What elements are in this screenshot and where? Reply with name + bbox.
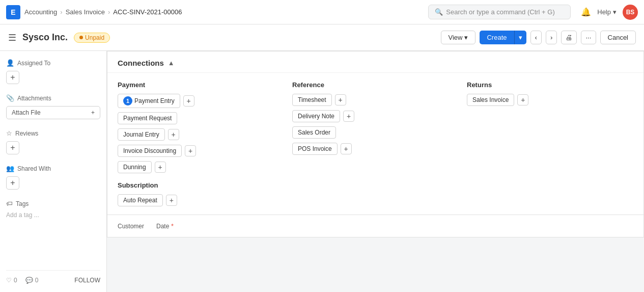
- payment-entry-label: Payment Entry: [134, 97, 175, 104]
- assigned-to-add-button[interactable]: +: [6, 71, 19, 84]
- auto-repeat-item: Auto Repeat +: [118, 194, 284, 206]
- invoice-discounting-tag[interactable]: Invoice Discounting: [118, 145, 182, 157]
- breadcrumb-sep-1: ›: [60, 8, 62, 16]
- like-count[interactable]: ♡ 0: [6, 277, 17, 284]
- app-logo[interactable]: E: [6, 5, 20, 19]
- view-button[interactable]: View ▾: [441, 31, 476, 44]
- payment-column: Payment 1 Payment Entry +: [118, 81, 284, 206]
- customer-field: Customer: [118, 222, 144, 230]
- payment-entry-plus-button[interactable]: +: [183, 95, 194, 107]
- sales-order-tag[interactable]: Sales Order: [292, 126, 336, 139]
- cancel-button[interactable]: Cancel: [600, 31, 636, 44]
- dunning-item: Dunning +: [118, 161, 284, 173]
- shared-with-add-button[interactable]: +: [6, 176, 19, 190]
- shared-with-label: Shared With: [17, 165, 51, 172]
- shared-with-header: 👥 Shared With: [6, 165, 100, 172]
- main-layout: 👤 Assigned To + 📎 Attachments Attach Fil…: [0, 51, 644, 292]
- tags-label: Tags: [16, 200, 29, 207]
- comments-number: 0: [35, 277, 39, 284]
- assigned-to-label: Assigned To: [17, 60, 50, 67]
- content: Connections ▲ Payment 1: [107, 51, 644, 292]
- breadcrumb-sep-2: ›: [108, 8, 110, 16]
- comment-count[interactable]: 💬 0: [25, 277, 39, 284]
- next-button[interactable]: ›: [546, 31, 557, 44]
- add-tag-button[interactable]: Add a tag ...: [6, 211, 100, 219]
- subscription-title: Subscription: [118, 181, 284, 189]
- breadcrumb-sales-invoice[interactable]: Sales Invoice: [66, 8, 105, 16]
- breadcrumb: Accounting › Sales Invoice › ACC-SINV-20…: [24, 8, 182, 16]
- comment-icon: 💬: [25, 277, 33, 284]
- auto-repeat-tag[interactable]: Auto Repeat: [118, 194, 163, 206]
- reference-header: Reference: [292, 81, 459, 89]
- attachments-header: 📎 Attachments: [6, 94, 100, 102]
- reviews-section: ☆ Reviews +: [6, 129, 100, 154]
- journal-entry-item: Journal Entry +: [118, 128, 284, 141]
- timesheet-item: Timesheet +: [292, 94, 459, 106]
- reviews-label: Reviews: [15, 130, 38, 137]
- search-bar[interactable]: 🔍 Search or type a command (Ctrl + G): [428, 5, 571, 19]
- notification-icon[interactable]: 🔔: [581, 7, 591, 17]
- pos-invoice-tag[interactable]: POS Invoice: [292, 143, 338, 155]
- doc-header: ☰ Sysco Inc. Unpaid View ▾ Create ▾ ‹ › …: [0, 24, 644, 51]
- delivery-note-item: Delivery Note +: [292, 110, 459, 122]
- create-dropdown-button[interactable]: ▾: [514, 31, 526, 44]
- date-label: Date: [156, 223, 169, 230]
- returns-sales-invoice-plus-button[interactable]: +: [517, 94, 528, 105]
- customer-card: Customer Date *: [107, 215, 644, 237]
- delivery-note-plus-button[interactable]: +: [343, 111, 354, 122]
- doc-header-actions: View ▾ Create ▾ ‹ › 🖨 ··· Cancel: [441, 31, 636, 44]
- dunning-plus-button[interactable]: +: [155, 162, 166, 173]
- payment-entry-count: 1: [123, 96, 132, 105]
- assigned-to-icon: 👤: [6, 59, 14, 67]
- returns-header: Returns: [467, 81, 633, 89]
- reference-items: Timesheet + Delivery Note +: [292, 94, 459, 155]
- journal-entry-plus-button[interactable]: +: [168, 129, 179, 140]
- dunning-tag[interactable]: Dunning: [118, 161, 152, 173]
- timesheet-plus-button[interactable]: +: [335, 94, 346, 105]
- date-field: Date *: [156, 222, 174, 230]
- prev-button[interactable]: ‹: [530, 31, 542, 44]
- help-label: Help: [597, 8, 611, 16]
- status-label: Unpaid: [85, 34, 104, 41]
- payment-entry-tag[interactable]: 1 Payment Entry: [118, 94, 180, 108]
- tags-icon: 🏷: [6, 200, 13, 207]
- avatar[interactable]: BS: [623, 5, 638, 20]
- returns-sales-invoice-tag[interactable]: Sales Invoice: [467, 94, 514, 106]
- breadcrumb-accounting[interactable]: Accounting: [24, 8, 57, 16]
- pos-invoice-plus-button[interactable]: +: [341, 143, 352, 154]
- connections-grid: Payment 1 Payment Entry +: [118, 81, 633, 206]
- reviews-header: ☆ Reviews: [6, 129, 100, 137]
- payment-entry-item: 1 Payment Entry +: [118, 94, 284, 108]
- collapse-icon[interactable]: ▲: [168, 59, 175, 67]
- print-button[interactable]: 🖨: [561, 31, 577, 44]
- payment-request-label: Payment Request: [123, 115, 172, 122]
- connections-card: Connections ▲ Payment 1: [107, 51, 644, 215]
- heart-icon: ♡: [6, 277, 12, 284]
- delivery-note-label: Delivery Note: [298, 113, 334, 120]
- returns-items: Sales Invoice +: [467, 94, 633, 106]
- timesheet-label: Timesheet: [298, 96, 326, 103]
- create-button[interactable]: Create: [480, 31, 514, 44]
- invoice-discounting-plus-button[interactable]: +: [185, 145, 196, 156]
- returns-sales-invoice-item: Sales Invoice +: [467, 94, 633, 106]
- payment-request-tag[interactable]: Payment Request: [118, 112, 177, 124]
- subscription-items: Auto Repeat +: [118, 194, 284, 206]
- sidebar-toggle-icon[interactable]: ☰: [8, 32, 16, 43]
- timesheet-tag[interactable]: Timesheet: [292, 94, 332, 106]
- view-chevron-icon: ▾: [464, 34, 468, 41]
- payment-request-item: Payment Request: [118, 112, 284, 124]
- journal-entry-tag[interactable]: Journal Entry: [118, 128, 165, 141]
- help-button[interactable]: Help ▾: [597, 8, 617, 16]
- tags-header: 🏷 Tags: [6, 200, 100, 207]
- follow-button[interactable]: FOLLOW: [74, 277, 100, 284]
- payment-header: Payment: [118, 81, 284, 89]
- subscription-section: Subscription Auto Repeat +: [118, 181, 284, 206]
- reviews-add-button[interactable]: +: [6, 141, 19, 154]
- more-options-button[interactable]: ···: [581, 31, 596, 44]
- pos-invoice-item: POS Invoice +: [292, 143, 459, 155]
- date-required-marker: *: [171, 222, 174, 230]
- delivery-note-tag[interactable]: Delivery Note: [292, 110, 340, 122]
- auto-repeat-plus-button[interactable]: +: [166, 195, 177, 206]
- attach-file-button[interactable]: Attach File +: [6, 106, 100, 119]
- invoice-discounting-item: Invoice Discounting +: [118, 145, 284, 157]
